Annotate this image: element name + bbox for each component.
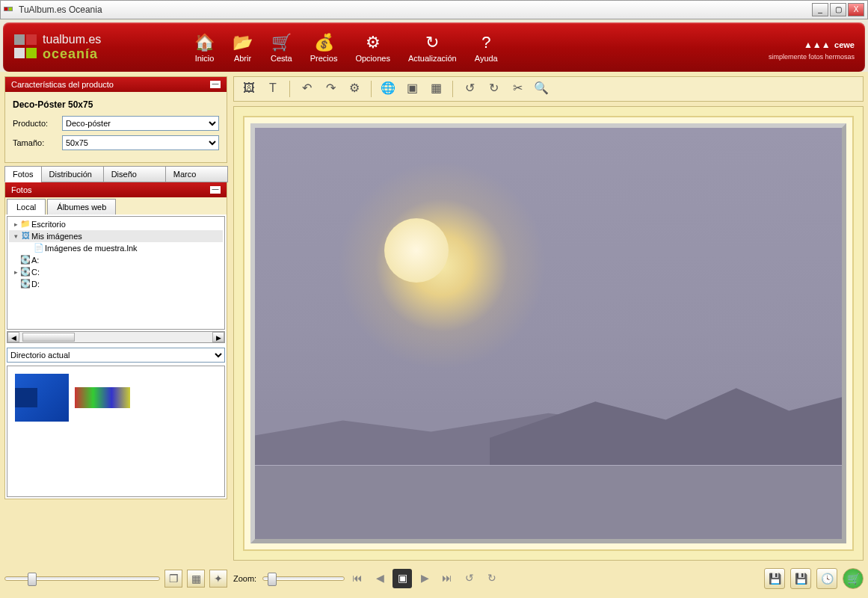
crop-button[interactable]: ✂ <box>507 79 528 99</box>
collapse-button[interactable]: — <box>210 81 221 88</box>
tree-item[interactable]: 💽D: <box>9 278 223 290</box>
toolbar-cesta[interactable]: 🛒Cesta <box>262 31 301 63</box>
canvas-inner <box>243 116 854 551</box>
separator <box>371 81 372 97</box>
wand-button[interactable]: ✦ <box>209 570 227 588</box>
toolbar-label: Precios <box>310 54 338 63</box>
edit-toolbar: 🖼 T ↶ ↷ ⚙ 🌐 ▣ ▦ ↺ ↻ ✂ 🔍 <box>233 76 864 102</box>
toolbar-label: Actualización <box>408 54 457 63</box>
current-page-button[interactable]: ▣ <box>393 569 412 588</box>
rotate-left-button[interactable]: ↺ <box>459 79 480 99</box>
separator <box>289 81 290 97</box>
folder-tree[interactable]: ▸📁Escritorio▾🖼Mis imágenes📄Imágenes de m… <box>7 216 225 330</box>
cewe-triangles-icon: ▲▲▲ <box>804 40 831 50</box>
toolbar-label: Abrir <box>233 54 253 63</box>
rotate-cw-button[interactable]: ↻ <box>482 569 502 588</box>
expand-icon[interactable]: ▾ <box>12 232 19 240</box>
expand-icon[interactable]: ▸ <box>12 221 19 228</box>
thumbnail-grid <box>7 366 225 497</box>
zoom-label: Zoom: <box>233 574 256 583</box>
brand-line2: oceanía <box>43 46 98 61</box>
save-button[interactable]: 💾 <box>764 568 785 589</box>
tree-label: Escritorio <box>31 220 66 229</box>
window-title: TuAlbum.es Oceania <box>19 4 810 15</box>
minimize-button[interactable]: _ <box>812 3 828 16</box>
scroll-thumb[interactable] <box>22 333 75 342</box>
history-button[interactable]: 🕓 <box>816 568 837 589</box>
close-button[interactable]: X <box>848 3 864 16</box>
scroll-right-button[interactable]: ▶ <box>212 332 224 342</box>
tree-label: C: <box>31 268 40 277</box>
effects-button[interactable]: 🔍 <box>531 79 552 99</box>
toolbar-label: Opciones <box>355 54 390 63</box>
thumbnail-1[interactable] <box>15 374 69 422</box>
grid-button[interactable]: ▦ <box>425 79 446 99</box>
rotate-ccw-button[interactable]: ↺ <box>460 569 479 588</box>
photos-panel-header: Fotos — <box>5 182 227 197</box>
source-tab-1[interactable]: Álbumes web <box>47 199 116 215</box>
zoom-slider[interactable] <box>262 576 345 581</box>
image-tool-button[interactable]: 🖼 <box>238 79 259 99</box>
folder-icon: 📁 <box>19 219 31 229</box>
toolbar-icon: 📂 <box>233 31 253 54</box>
product-select[interactable]: Deco-póster <box>62 116 219 131</box>
tree-scrollbar[interactable]: ◀ ▶ <box>7 331 225 343</box>
link-icon: 📄 <box>33 243 45 253</box>
size-label: Tamaño: <box>13 138 62 147</box>
first-page-button[interactable]: ⏮ <box>348 569 367 588</box>
app-icon <box>4 4 16 16</box>
toolbar-precios[interactable]: 💰Precios <box>301 31 347 63</box>
size-select[interactable]: 50x75 <box>62 135 219 150</box>
text-tool-button[interactable]: T <box>262 79 283 99</box>
grid-view-button[interactable]: ▦ <box>187 570 205 588</box>
partner-name: cewe <box>834 40 855 49</box>
thumbnail-2[interactable] <box>75 387 130 408</box>
toolbar-abrir[interactable]: 📂Abrir <box>224 31 262 63</box>
product-panel-title: Características del producto <box>11 80 114 89</box>
tab-fotos[interactable]: Fotos <box>4 166 42 182</box>
photos-panel-title: Fotos <box>11 185 32 194</box>
layers-button[interactable]: ▣ <box>401 79 422 99</box>
tree-item[interactable]: ▾🖼Mis imágenes <box>9 230 223 242</box>
maximize-button[interactable]: ▢ <box>830 3 846 16</box>
tab-marco[interactable]: Marco <box>165 166 228 182</box>
toolbar-opciones[interactable]: ⚙Opciones <box>346 31 398 63</box>
collapse-button[interactable]: — <box>210 186 221 194</box>
toolbar-ayuda[interactable]: ?Ayuda <box>466 31 507 63</box>
tree-item[interactable]: ▸💽C: <box>9 266 223 278</box>
save-as-button[interactable]: 💾 <box>790 568 811 589</box>
product-title: Deco-Póster 50x75 <box>13 99 219 110</box>
poster-canvas[interactable] <box>250 123 846 543</box>
partner-tagline: simplemente fotos hermosas <box>769 53 855 61</box>
pic-icon: 🖼 <box>19 231 31 241</box>
order-button[interactable]: 🛒 <box>843 568 864 589</box>
last-page-button[interactable]: ⏭ <box>437 569 457 588</box>
toolbar-inicio[interactable]: 🏠Inicio <box>185 31 224 63</box>
scroll-left-button[interactable]: ◀ <box>7 332 19 342</box>
undo-button[interactable]: ↶ <box>296 79 317 99</box>
settings-button[interactable]: ⚙ <box>344 79 365 99</box>
toolbar-label: Cesta <box>271 54 292 63</box>
directory-select[interactable]: Directorio actual <box>7 348 225 363</box>
tab-distribución[interactable]: Distribución <box>41 166 104 182</box>
tree-item[interactable]: ▸📁Escritorio <box>9 218 223 230</box>
toolbar-icon: ⚙ <box>355 31 390 54</box>
slider-knob[interactable] <box>28 573 37 586</box>
prev-page-button[interactable]: ◀ <box>370 569 390 588</box>
photos-panel: Fotos — LocalÁlbumes web ▸📁Escritorio▾🖼M… <box>4 182 227 499</box>
redo-button[interactable]: ↷ <box>320 79 341 99</box>
rotate-right-button[interactable]: ↻ <box>483 79 504 99</box>
next-page-button[interactable]: ▶ <box>415 569 434 588</box>
expand-icon[interactable]: ▸ <box>12 268 19 276</box>
source-tab-0[interactable]: Local <box>7 199 46 215</box>
partner-logo: ▲▲▲ cewe simplemente fotos hermosas <box>769 34 855 61</box>
thumbnail-size-slider[interactable] <box>4 576 160 581</box>
stack-view-button[interactable]: ❐ <box>164 570 182 588</box>
slider-knob[interactable] <box>268 573 277 586</box>
web-button[interactable]: 🌐 <box>378 79 398 99</box>
tree-item[interactable]: 📄Imágenes de muestra.lnk <box>9 242 223 254</box>
placeholder-sun <box>384 218 449 283</box>
tree-item[interactable]: 💽A: <box>9 254 223 266</box>
tab-diseño[interactable]: Diseño <box>103 166 166 182</box>
toolbar-actualización[interactable]: ↻Actualización <box>399 31 466 63</box>
